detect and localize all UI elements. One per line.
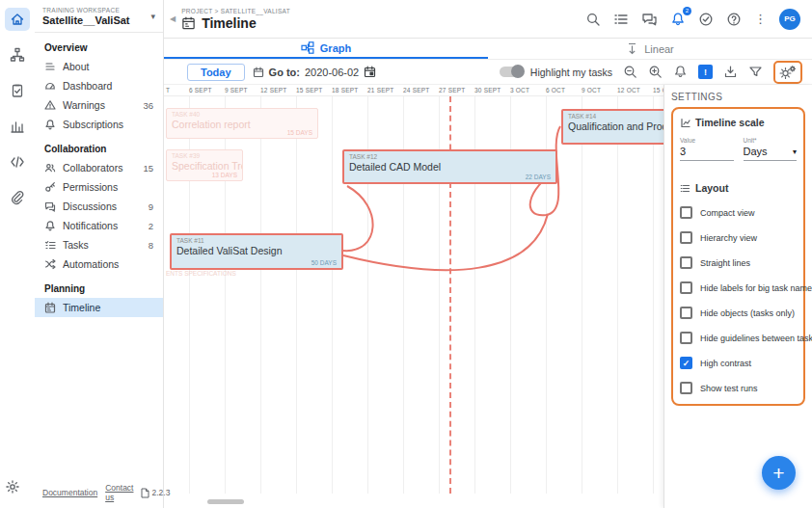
zoom-out-icon[interactable] [623, 65, 637, 79]
key-icon [44, 181, 56, 193]
discussions-icon[interactable] [641, 12, 658, 27]
workspace-name: Satellite__ValiSat [42, 14, 155, 26]
settings-gear-highlighted[interactable] [773, 61, 802, 84]
more-options-icon[interactable]: ⋮ [754, 13, 767, 25]
scale-value-input[interactable]: 3 [680, 144, 734, 161]
layout-title: Layout [695, 182, 728, 194]
checkbox[interactable] [680, 382, 692, 394]
sidebar-item-warnings[interactable]: Warnings 36 [35, 95, 163, 115]
option-hierarchy-view[interactable]: Hierarchy view [680, 231, 797, 244]
layout-options: Compact view Hierarchy view Straight lin… [680, 206, 797, 394]
scale-axis-icon [680, 118, 690, 128]
notifications-bell-icon[interactable]: 2 [670, 12, 686, 27]
add-button[interactable]: + [762, 456, 796, 490]
workspace-label: TRAINING WORKSPACE [42, 7, 155, 13]
checkbox[interactable] [680, 231, 692, 244]
sitemap-icon[interactable] [5, 43, 30, 67]
highlight-my-tasks-toggle[interactable]: Highlight my tasks [500, 67, 612, 78]
filter-icon[interactable] [748, 65, 763, 79]
sidebar-item-collaborators[interactable]: Collaborators 15 [35, 158, 163, 177]
checkbox[interactable] [680, 206, 692, 219]
option-compact-view[interactable]: Compact view [680, 206, 797, 219]
chevron-down-icon: ▾ [150, 12, 155, 21]
contact-link[interactable]: Contact us [105, 483, 133, 502]
layout-list-icon [680, 183, 690, 194]
nav-rail [0, 0, 35, 508]
graph-view-icon [301, 41, 314, 54]
task-card-detailed-valisat-design[interactable]: TASK #11 Detailed ValiSat Design 50 DAYS [170, 233, 343, 270]
sidebar-item-notifications[interactable]: Notifications 2 [35, 216, 163, 235]
option-hide-objects[interactable]: Hide objects (tasks only) [680, 307, 797, 319]
clipboard-check-icon[interactable] [5, 79, 30, 102]
scale-unit-select[interactable]: Days ▾ [744, 144, 798, 161]
scale-value-field: Value 3 [680, 137, 734, 161]
page-header: ◀ PROJECT > SATELLITE__VALISAT Timeline … [164, 0, 812, 39]
highlight-label: Highlight my tasks [530, 67, 612, 78]
option-hide-guidelines[interactable]: Hide guidelines between tasks [680, 332, 797, 344]
sidebar-item-about[interactable]: About [35, 57, 163, 76]
app-window: TRAINING WORKSPACE Satellite__ValiSat ▾ … [0, 0, 812, 508]
milestones-icon[interactable]: ! [698, 65, 713, 79]
sidebar-item-tasks[interactable]: Tasks 8 [35, 235, 163, 254]
goto-date-value[interactable]: 2020-06-02 [305, 67, 359, 78]
faded-task-text: ENTS SPECIFICATIONS [166, 270, 236, 277]
workspace-selector[interactable]: TRAINING WORKSPACE Satellite__ValiSat ▾ [35, 0, 163, 33]
home-icon[interactable] [5, 8, 30, 31]
horizontal-scrollbar-thumb[interactable] [207, 499, 244, 504]
help-icon[interactable] [726, 12, 742, 27]
sidebar-item-dashboard[interactable]: Dashboard [35, 76, 163, 95]
sidebar-item-permissions[interactable]: Permissions [35, 177, 163, 197]
task-card-specification-tree[interactable]: TASK #39 Specification Tree 13 DAYS [166, 149, 243, 181]
checkbox[interactable] [680, 357, 692, 369]
paperclip-icon[interactable] [5, 186, 30, 209]
section-title-collaboration: Collaboration [35, 134, 163, 158]
date-picker-icon[interactable] [364, 66, 376, 78]
task-card-correlation-report[interactable]: TASK #40 Correlation report 15 DAYS [166, 108, 318, 139]
dashboard-icon [44, 80, 56, 92]
collapse-sidebar-icon[interactable]: ◀ [170, 14, 176, 23]
sidebar: TRAINING WORKSPACE Satellite__ValiSat ▾ … [35, 0, 164, 508]
search-icon[interactable] [585, 12, 601, 27]
breadcrumb: PROJECT > SATELLITE__VALISAT [181, 8, 290, 14]
checkbox[interactable] [680, 332, 692, 344]
sidebar-item-timeline[interactable]: Timeline [35, 298, 163, 317]
gear-icon[interactable] [0, 475, 25, 498]
analyses-chart-icon[interactable] [5, 115, 30, 138]
linear-view-icon [626, 42, 638, 55]
calendar-icon [181, 15, 196, 30]
code-icon[interactable] [5, 150, 30, 174]
bell-icon [44, 119, 56, 130]
sidebar-item-subscriptions[interactable]: Subscriptions [35, 115, 163, 134]
view-tabs: Graph Linear [164, 39, 812, 60]
sidebar-item-discussions[interactable]: Discussions 9 [35, 197, 163, 216]
notifications-count: 2 [149, 221, 153, 231]
settings-title: SETTINGS [671, 92, 805, 102]
option-straight-lines[interactable]: Straight lines [680, 256, 797, 269]
bell-icon[interactable] [673, 65, 688, 79]
today-button[interactable]: Today [187, 64, 245, 81]
checkbox[interactable] [680, 307, 692, 319]
check-circle-icon[interactable] [698, 12, 714, 27]
tab-linear[interactable]: Linear [488, 39, 812, 59]
documentation-link[interactable]: Documentation [42, 488, 97, 497]
settings-panel: SETTINGS Timeline scale Value 3 Unit* Da… [663, 85, 812, 508]
avatar[interactable]: PG [779, 9, 800, 30]
task-card-detailed-cad-model[interactable]: TASK #12 Detailed CAD Model 22 DAYS [342, 149, 557, 184]
gears-icon [779, 65, 797, 80]
option-high-contrast[interactable]: High contrast [680, 357, 797, 369]
checkbox[interactable] [680, 281, 692, 294]
option-show-test-runs[interactable]: Show test runs [680, 382, 797, 394]
sidebar-item-automations[interactable]: Automations [35, 254, 163, 274]
export-icon[interactable] [723, 65, 738, 79]
tab-graph[interactable]: Graph [164, 39, 488, 59]
activity-list-icon[interactable] [613, 12, 629, 27]
people-icon [44, 162, 56, 174]
zoom-in-icon[interactable] [648, 65, 663, 79]
warnings-count: 36 [143, 100, 153, 111]
toggle-knob[interactable] [500, 67, 524, 77]
option-hide-labels[interactable]: Hide labels for big task names [680, 281, 797, 294]
document-icon [141, 488, 149, 498]
checkbox[interactable] [680, 256, 692, 269]
chat-icon [44, 201, 56, 212]
calendar-icon [44, 302, 56, 313]
